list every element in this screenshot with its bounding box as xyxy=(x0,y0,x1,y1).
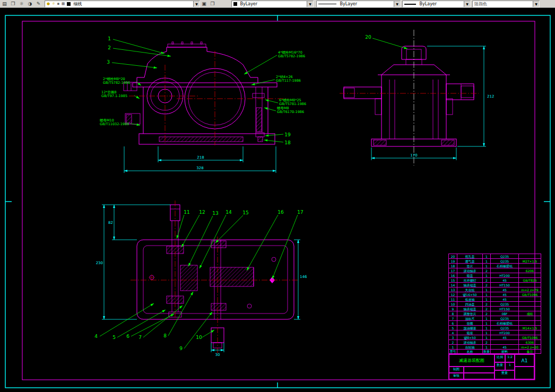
lineweight-control-combo[interactable]: ByLayer ▼ xyxy=(402,1,471,7)
lineweight-combo-arrow-icon[interactable]: ▼ xyxy=(464,1,470,7)
bom-row: 20视孔盖1Q235 xyxy=(449,254,541,259)
draw-name-cell xyxy=(464,367,495,373)
match-properties-icon[interactable]: ❐ xyxy=(209,1,216,7)
layer-lock-icon[interactable]: ▪ xyxy=(57,1,59,7)
callout-7: 7 xyxy=(138,335,142,340)
ann-nut-m8-line2: GB/T6170-1986 xyxy=(277,110,304,114)
callout-20: 20 xyxy=(365,34,371,40)
bom-row: 17滚动轴承26206 xyxy=(449,268,541,273)
callout-17: 17 xyxy=(297,210,303,215)
current-lineweight-name: ByLayer xyxy=(420,2,437,6)
callout-8: 8 xyxy=(163,333,167,338)
layer-plot-icon[interactable]: ▦ xyxy=(62,1,65,7)
bom-row: 18垫片1石棉橡胶纸 xyxy=(449,264,541,268)
bom-header-qty: 数量 xyxy=(483,350,491,354)
bom-row: 1齿轮轴145m=2 z=20 xyxy=(449,345,541,350)
callout-15: 15 xyxy=(242,210,248,215)
plotstyle-combo-arrow-icon[interactable]: ▼ xyxy=(533,1,539,7)
callout-13: 13 xyxy=(212,211,218,216)
bom-row: 11低速轴145 xyxy=(449,297,541,302)
scale-label: 比例 xyxy=(495,354,505,362)
callout-14: 14 xyxy=(226,210,232,215)
front-overall-dim: 328 xyxy=(196,166,203,170)
callout-19: 19 xyxy=(284,132,291,137)
bom-row: 8调整垫片208F成组 xyxy=(449,311,541,316)
bom-header-material: 材料 xyxy=(491,350,519,354)
side-height-dim: 212 xyxy=(487,94,494,99)
bom-row: 13大齿轮145m=2 z=79 xyxy=(449,288,541,292)
plotstyle-control-combo[interactable]: 随颜色 ▼ xyxy=(472,1,540,7)
qty-label: 数量 xyxy=(495,362,505,370)
lineweight-sample-icon xyxy=(404,4,416,5)
linetype-control-combo[interactable]: ByLayer ▼ xyxy=(316,1,401,7)
current-plotstyle-name: 随颜色 xyxy=(474,2,487,6)
callout-1: 1 xyxy=(108,36,111,41)
callout-2: 2 xyxy=(108,45,111,50)
callout-9: 9 xyxy=(179,346,183,351)
sheet-extra-cell xyxy=(515,367,534,379)
layer-on-bulb-icon[interactable]: ● xyxy=(47,1,50,7)
layer-isolate-icon[interactable]: ◑ xyxy=(27,1,33,7)
ann-pin-line2: GB/T117-1986 xyxy=(276,79,301,83)
side-view: 212 170 20 xyxy=(340,30,494,165)
app-icon[interactable]: ▤ xyxy=(1,1,8,7)
callout-3: 3 xyxy=(107,59,110,65)
bom-row: 4箱座1HT200 xyxy=(449,330,541,335)
check-label: 审核 xyxy=(449,373,464,379)
bom-header-no: 序号 xyxy=(449,350,457,354)
ann-washer-line2: GB/T97.1-1985 xyxy=(101,94,127,98)
scale-value: 1:2 xyxy=(505,354,515,362)
layers-manager-icon[interactable]: ❐ xyxy=(10,1,16,7)
bom-row: 3键8×50145GB/T1096 xyxy=(449,335,541,340)
layer-control-combo[interactable]: ● ☼ ▪ ▦ 细线 ▼ xyxy=(45,1,200,7)
qty-value: 1 xyxy=(505,362,515,370)
bom-row: 12键16×50145GB/T1096 xyxy=(449,292,541,297)
bom-row: 7油标尺1Q235 xyxy=(449,316,541,321)
front-width-dim: 218 xyxy=(197,155,204,160)
bom-row: 14轴承端盖2HT150 xyxy=(449,283,541,288)
layer-states-icon[interactable]: ☼ xyxy=(18,1,25,7)
check-name-cell xyxy=(464,373,495,379)
current-layer-name: 细线 xyxy=(74,2,82,6)
layer-previous-icon[interactable]: ✎ xyxy=(35,1,42,7)
bom-row: 5放油螺塞1Q235M14×1.5 xyxy=(449,326,541,330)
color-control-combo[interactable]: ByLayer ▼ xyxy=(231,1,314,7)
callout-16: 16 xyxy=(278,210,284,215)
bom-row: 2滚动轴承26306 xyxy=(449,340,541,345)
draw-label: 制图 xyxy=(449,367,464,373)
callout-12: 12 xyxy=(199,210,205,215)
callout-6: 6 xyxy=(126,334,129,339)
bom-row: 16箱盖1HT200 xyxy=(449,273,541,278)
object-properties-toolbar: ▤ ❐ ☼ ◑ ✎ ● ☼ ▪ ▦ 细线 ▼ ▣ ❐ ByLayer ▼ ByL… xyxy=(0,0,555,8)
current-linetype-name: ByLayer xyxy=(340,2,358,6)
bom-header-note: 备注 xyxy=(519,350,541,354)
callout-4: 4 xyxy=(94,334,98,339)
color-combo-arrow-icon[interactable]: ▼ xyxy=(307,1,313,7)
bom-table: 20视孔盖1Q23519通气器1Q235M27×1.518垫片1石棉橡胶纸17滚… xyxy=(448,254,535,354)
plan-stub-dim: 82 xyxy=(108,221,113,225)
bom-header-name: 名称 xyxy=(457,350,483,354)
layer-thaw-sun-icon[interactable]: ☼ xyxy=(52,1,55,7)
bom-row: 6垫圈1石棉橡胶纸 xyxy=(449,321,541,326)
ann-nut-m10-line2: GB/T11032-1989 xyxy=(100,122,129,126)
title-block: 减速器装配图 制图 审核 比例 1:2 数量 1 重量 A1 xyxy=(448,354,535,380)
weight-label: 重量 xyxy=(495,370,515,379)
plan-length-dim: 230 xyxy=(96,261,103,265)
side-width-dim: 170 xyxy=(410,153,417,158)
callout-10: 10 xyxy=(196,335,202,340)
bom-row: 19通气器1Q235M27×1.5 xyxy=(449,259,541,264)
sheet-size: A1 xyxy=(515,354,534,367)
front-view: 218 328 xyxy=(124,42,288,173)
ann-bolt-m8-line2: GB/T5782-1986 xyxy=(103,81,130,85)
callout-5: 5 xyxy=(112,335,116,340)
make-object-layer-current-icon[interactable]: ▣ xyxy=(201,1,207,7)
current-color-name: ByLayer xyxy=(240,2,258,6)
callout-18: 18 xyxy=(284,140,291,145)
drawing-title: 减速器装配图 xyxy=(449,354,495,367)
ann-bolt-m16-line2: GB/T5782-1986 xyxy=(278,54,305,58)
bom-row: 15吊环螺钉245GB/T825 xyxy=(449,278,541,283)
linetype-combo-arrow-icon[interactable]: ▼ xyxy=(394,1,400,7)
current-color-chip xyxy=(233,2,237,6)
bom-header-row: 序号 名称 数量 材料 备注 xyxy=(449,350,541,354)
layer-combo-arrow-icon[interactable]: ▼ xyxy=(193,1,200,7)
